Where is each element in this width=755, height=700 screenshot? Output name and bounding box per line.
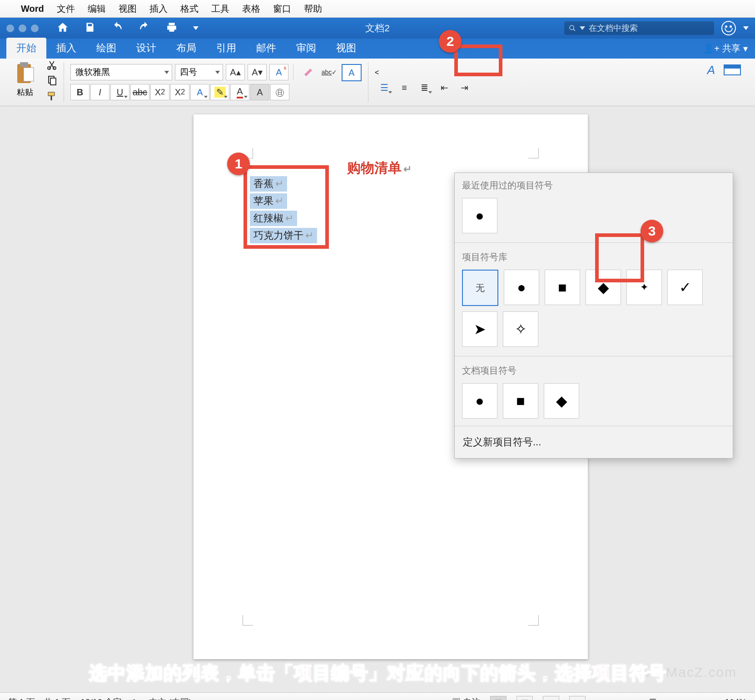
format-painter-icon[interactable] bbox=[46, 90, 57, 103]
font-family-combo[interactable]: 微软雅黑 bbox=[70, 64, 172, 80]
svg-rect-8 bbox=[50, 78, 56, 85]
document-title: 文档2 bbox=[365, 22, 390, 35]
italic-button[interactable]: I bbox=[90, 84, 109, 100]
tab-view[interactable]: 视图 bbox=[326, 38, 366, 59]
bullet-none[interactable]: 无 bbox=[462, 270, 498, 306]
decrease-indent-button[interactable]: ⇤ bbox=[435, 79, 454, 96]
doc-bullet-disc[interactable]: ● bbox=[462, 383, 497, 419]
focus-mode[interactable]: ▣ 专注 bbox=[452, 696, 480, 700]
spellcheck-icon[interactable]: ✎ bbox=[132, 697, 139, 700]
bullet-disc[interactable]: ● bbox=[504, 270, 539, 305]
bullet-check[interactable]: ✓ bbox=[667, 270, 703, 305]
phonetic-guide-button[interactable]: Aa bbox=[269, 64, 288, 80]
bullet-recent-disc[interactable]: ● bbox=[462, 198, 497, 233]
tutorial-caption: 选中添加的列表，单击「项目编号」对应的向下的箭头，选择项目符号 bbox=[0, 661, 755, 685]
tab-home[interactable]: 开始 bbox=[6, 38, 46, 59]
draft-view-icon[interactable]: ▭ bbox=[569, 696, 586, 700]
outline-view-icon[interactable]: ≡ bbox=[543, 696, 559, 700]
increase-indent-button[interactable]: ⇥ bbox=[455, 79, 474, 96]
svg-line-1 bbox=[573, 29, 575, 31]
menu-insert[interactable]: 插入 bbox=[149, 3, 168, 15]
home-icon[interactable] bbox=[57, 21, 69, 35]
tab-draw[interactable]: 绘图 bbox=[86, 38, 126, 59]
multilevel-button[interactable]: ≣ bbox=[415, 79, 434, 96]
undo-icon[interactable] bbox=[111, 21, 123, 35]
tab-review[interactable]: 审阅 bbox=[286, 38, 326, 59]
tab-layout[interactable]: 布局 bbox=[166, 38, 206, 59]
status-bar: 第 1 页，共 1 页 12/16 个字 ✎ 中文 (中国) ▣ 专注 ▤ ▥ … bbox=[0, 692, 755, 700]
web-layout-view-icon[interactable]: ▥ bbox=[517, 696, 533, 700]
bullet-arrow[interactable]: ➤ bbox=[462, 311, 497, 347]
menu-file[interactable]: 文件 bbox=[57, 3, 75, 15]
share-button[interactable]: 👤+ 共享 ▾ bbox=[703, 42, 748, 54]
annotation-box-3 bbox=[595, 233, 644, 282]
svg-rect-10 bbox=[724, 65, 740, 69]
annotation-box-1 bbox=[243, 165, 329, 249]
search-placeholder: 在文档中搜索 bbox=[589, 23, 638, 34]
redo-icon[interactable] bbox=[139, 21, 150, 35]
zoom-in-icon[interactable]: ＋ bbox=[706, 696, 715, 700]
enclose-char-button[interactable]: ㊐ bbox=[270, 84, 289, 100]
char-shading-a-button[interactable]: A bbox=[250, 84, 269, 100]
menu-format[interactable]: 格式 bbox=[180, 3, 199, 15]
search-input[interactable]: 在文档中搜索 bbox=[564, 21, 714, 35]
menu-table[interactable]: 表格 bbox=[242, 3, 260, 15]
strikethrough-button[interactable]: abc bbox=[130, 84, 149, 100]
quick-access-dropdown-icon[interactable] bbox=[193, 26, 199, 30]
define-new-bullet[interactable]: 定义新项目符号... bbox=[455, 426, 733, 458]
text-effects-icon[interactable]: A bbox=[707, 63, 715, 79]
menu-edit[interactable]: 编辑 bbox=[88, 3, 106, 15]
shrink-font-button[interactable]: A▾ bbox=[248, 64, 267, 80]
ribbon-tabs: 开始 插入 绘图 设计 布局 引用 邮件 审阅 视图 👤+ 共享 ▾ bbox=[0, 39, 755, 59]
document-area: 购物清单↵ 香蕉↵ 苹果↵ 红辣椒↵ 巧克力饼干↵ 1 最近使用过的项目符号 ●… bbox=[0, 106, 755, 700]
paste-label[interactable]: 粘贴 bbox=[17, 87, 33, 98]
cut-icon[interactable] bbox=[46, 59, 57, 72]
traffic-lights[interactable] bbox=[6, 25, 39, 32]
font-size-combo[interactable]: 四号 bbox=[175, 64, 223, 80]
bullet-square[interactable]: ■ bbox=[545, 270, 580, 305]
menu-help[interactable]: 帮助 bbox=[304, 3, 322, 15]
bullet-library-label: 项目符号库 bbox=[455, 245, 733, 270]
app-name[interactable]: Word bbox=[21, 4, 44, 14]
copy-icon[interactable] bbox=[46, 75, 57, 88]
titlebar-chevron-icon[interactable] bbox=[743, 26, 749, 30]
bold-button[interactable]: B bbox=[70, 84, 89, 100]
language-indicator[interactable]: 中文 (中国) bbox=[149, 696, 192, 700]
doc-bullet-diamond[interactable]: ◆ bbox=[544, 383, 579, 419]
smile-icon[interactable] bbox=[721, 21, 736, 35]
styles-pane-icon[interactable] bbox=[723, 63, 741, 79]
zoom-out-icon[interactable]: － bbox=[596, 696, 604, 700]
underline-button[interactable]: U bbox=[110, 84, 129, 100]
print-layout-view-icon[interactable]: ▤ bbox=[490, 696, 507, 700]
grow-font-button[interactable]: A▴ bbox=[226, 64, 245, 80]
word-count[interactable]: 12/16 个字 bbox=[80, 696, 122, 700]
save-icon[interactable] bbox=[84, 21, 96, 35]
tab-references[interactable]: 引用 bbox=[206, 38, 246, 59]
superscript-button[interactable]: X2 bbox=[170, 84, 189, 100]
zoom-percent[interactable]: 114% bbox=[725, 697, 747, 700]
svg-point-6 bbox=[53, 67, 56, 69]
font-color-button[interactable]: A bbox=[230, 84, 249, 100]
tab-mailings[interactable]: 邮件 bbox=[246, 38, 286, 59]
text-effects-button[interactable]: A bbox=[190, 84, 209, 100]
menu-window[interactable]: 窗口 bbox=[273, 3, 291, 15]
bullets-button[interactable]: ☰ bbox=[375, 79, 394, 96]
clipboard-icon[interactable] bbox=[15, 61, 35, 85]
svg-rect-3 bbox=[20, 62, 28, 67]
doc-bullet-square[interactable]: ■ bbox=[503, 383, 538, 419]
numbering-button[interactable]: ≡ bbox=[395, 79, 414, 96]
clear-format-button[interactable] bbox=[298, 64, 317, 80]
bullet-star4[interactable]: ✧ bbox=[503, 311, 538, 347]
page-indicator[interactable]: 第 1 页，共 1 页 bbox=[8, 696, 70, 700]
print-icon[interactable] bbox=[166, 21, 178, 35]
tab-insert[interactable]: 插入 bbox=[46, 38, 86, 59]
ribbon-home: 粘贴 微软雅黑 四号 A▴ A▾ Aa abc✓ A B I U abc bbox=[0, 59, 755, 106]
tab-design[interactable]: 设计 bbox=[126, 38, 166, 59]
char-border-button[interactable]: abc✓ bbox=[320, 64, 339, 80]
menu-view[interactable]: 视图 bbox=[119, 3, 137, 15]
menu-tools[interactable]: 工具 bbox=[211, 3, 229, 15]
char-shading-button[interactable]: A bbox=[342, 64, 362, 81]
subscript-button[interactable]: X2 bbox=[150, 84, 169, 100]
highlight-button[interactable]: ✎ bbox=[210, 84, 229, 100]
svg-rect-4 bbox=[24, 68, 34, 81]
